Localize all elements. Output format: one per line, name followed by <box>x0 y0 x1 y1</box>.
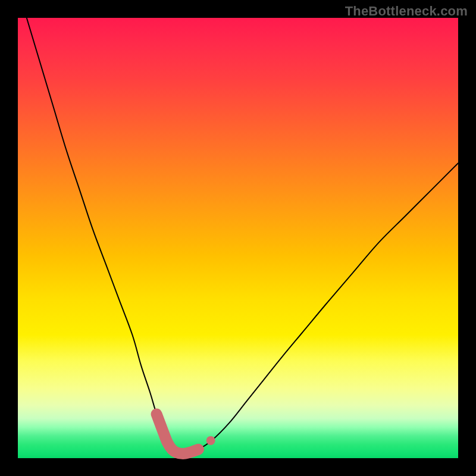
plot-area <box>18 18 458 458</box>
optimal-range-marker <box>156 414 198 454</box>
extra-dot <box>206 436 215 445</box>
watermark-text: TheBottleneck.com <box>345 4 468 19</box>
chart-frame: TheBottleneck.com <box>0 0 476 476</box>
bottleneck-curve <box>27 18 458 454</box>
curve-layer <box>18 18 458 458</box>
